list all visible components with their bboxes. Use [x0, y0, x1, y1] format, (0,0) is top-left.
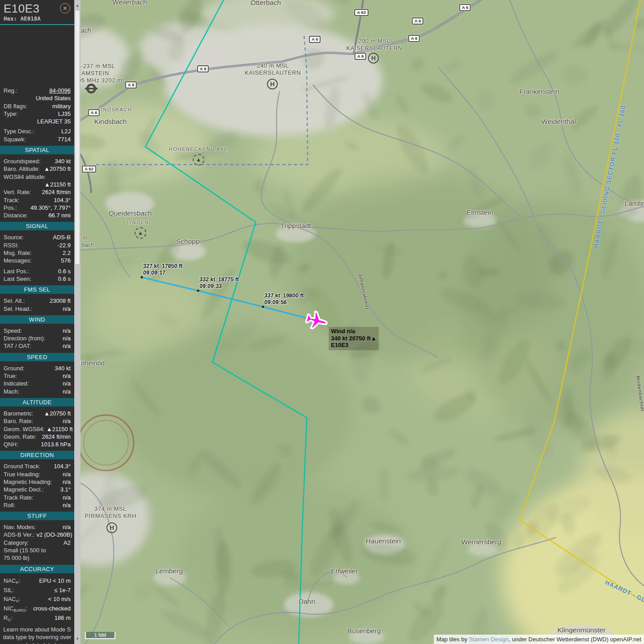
- row-label: Sel. Alt.:: [4, 297, 25, 305]
- section-header-spatial: SPATIAL: [0, 146, 74, 154]
- data-row: Track Rate:n/a: [0, 494, 74, 501]
- row-value: 104.3°: [54, 196, 71, 204]
- data-row: Reg.:84-0096: [0, 87, 74, 94]
- row-value: 3.1°: [60, 486, 71, 493]
- row-value: n/a: [63, 494, 71, 501]
- scrollbar-thumb[interactable]: [75, 10, 80, 265]
- section-header-direction: DIRECTION: [0, 451, 74, 459]
- row-label: Nav. Modes:: [4, 523, 36, 531]
- row-value: 49.305°, 7.797°: [30, 204, 71, 212]
- aircraft-icon[interactable]: [305, 310, 329, 331]
- aircraft-label-line: Wind n/a: [331, 328, 377, 335]
- row-label: Track Rate:: [4, 494, 34, 501]
- data-row: Distance:66.7 nmi: [0, 212, 74, 219]
- row-value: L2J: [61, 127, 71, 135]
- data-row: Geom. Rate:2624 ft/min: [0, 433, 74, 441]
- row-label: NACP:: [4, 576, 20, 586]
- row-label: Geom. WGS84:: [4, 425, 45, 433]
- data-row: Sel. Alt.:23008 ft: [0, 297, 74, 305]
- map[interactable]: WeilerbachOtterbachachFrankensteinWeiden…: [80, 0, 644, 644]
- data-row: Mach:n/a: [0, 388, 74, 395]
- row-value: 576: [61, 257, 71, 264]
- trail-point-label: 332 kt 18775 ft09:09:33: [199, 276, 239, 290]
- row-label: Small (15 500 to 75 000 lb): [4, 547, 69, 562]
- row-value: n/a: [63, 501, 71, 509]
- data-row: Type Desc.:L2J: [0, 127, 74, 135]
- data-row: WGS84 altitude:: [0, 173, 74, 181]
- close-icon[interactable]: ✕: [60, 3, 70, 13]
- section-header-altitude: ALTITUDE: [0, 398, 74, 407]
- row-label: Last Pos.:: [4, 267, 30, 275]
- trail-point-label: 337 kt 19800 ft09:09:56: [264, 292, 304, 306]
- trail-point[interactable]: [141, 276, 143, 278]
- row-value: n/a: [63, 470, 71, 478]
- data-row: Small (15 500 to 75 000 lb): [0, 547, 74, 562]
- data-row: RC:186 m: [0, 614, 74, 623]
- scroll-down-icon[interactable]: ▼: [74, 635, 80, 642]
- data-row: Nav. Modes:n/a: [0, 523, 74, 531]
- scroll-up-icon[interactable]: ▲: [74, 2, 80, 9]
- section-header-speed: SPEED: [0, 353, 74, 361]
- row-value: LEARJET 35: [37, 118, 71, 125]
- row-label: Category:: [4, 539, 29, 547]
- data-row: Speed:n/a: [0, 327, 74, 335]
- data-row: Direction (from):n/a: [0, 335, 74, 342]
- row-value: ▲21150 ft: [47, 425, 73, 433]
- data-row: Ground:340 kt: [0, 364, 74, 372]
- data-row: Groundspeed:340 kt: [0, 157, 74, 165]
- row-value: -22.9: [57, 242, 71, 249]
- sidebar-scrollbar[interactable]: ▲ ▼: [74, 0, 80, 644]
- row-label: ADS-B Ver.:: [4, 531, 34, 538]
- row-value: 2624 ft/min: [42, 188, 71, 196]
- section-header-accuracy: ACCURACY: [0, 565, 74, 573]
- data-row: NICBARO:cross-checked: [0, 604, 74, 614]
- row-value: 0.6 s: [58, 275, 71, 283]
- row-value: ADS-B: [53, 233, 71, 241]
- row-value: ▲21150 ft: [44, 181, 71, 188]
- attribution-suffix: , under Deutscher Wetterdienst (DWD) ope…: [509, 636, 642, 643]
- row-value: n/a: [63, 417, 71, 425]
- row-label: Groundspeed:: [4, 157, 40, 165]
- row-value: n/a: [63, 478, 71, 486]
- panel-header: E10E3 ✕ Hex: AE018A: [0, 0, 74, 22]
- data-row: NACV:< 10 m/s: [0, 595, 74, 604]
- stamen-design-link[interactable]: Stamen Design: [469, 636, 509, 643]
- row-value: 340 kt: [55, 364, 71, 372]
- data-row: Last Pos.:0.6 s: [0, 267, 74, 275]
- row-label: Ground Track:: [4, 462, 40, 470]
- row-label: Vert. Rate:: [4, 188, 31, 196]
- row-label: Ground:: [4, 364, 25, 372]
- row-label: True:: [4, 372, 17, 380]
- row-label: Source:: [4, 233, 24, 241]
- data-row: Sel. Head.:n/a: [0, 305, 74, 313]
- trail-point[interactable]: [197, 290, 199, 292]
- row-value: 340 kt: [55, 157, 71, 165]
- row-label: Barometric:: [4, 410, 33, 417]
- hex-label: Hex:: [4, 15, 17, 22]
- row-label: Direction (from):: [4, 335, 45, 342]
- aircraft-label[interactable]: Wind n/a340 kt 20750 ft▲E10E3: [329, 327, 379, 350]
- row-value: 186 m: [55, 614, 71, 623]
- row-label: Roll:: [4, 501, 15, 509]
- row-value: cross-checked: [33, 604, 71, 613]
- row-value: 66.7 nmi: [48, 212, 71, 219]
- registration-link[interactable]: 84-0096: [49, 87, 71, 94]
- row-value: 7714: [58, 136, 71, 143]
- trail-point[interactable]: [262, 306, 264, 308]
- data-row: LEARJET 35: [0, 118, 74, 125]
- row-label: Geom. Rate:: [4, 433, 37, 441]
- data-row: ▲21150 ft: [0, 181, 74, 188]
- row-label: Indicated:: [4, 380, 29, 387]
- data-row: DB flags:military: [0, 102, 74, 110]
- data-row: Barometric:▲20750 ft: [0, 410, 74, 417]
- data-row: Magnetic Decl.:3.1°: [0, 486, 74, 493]
- row-value: ≤ 1e-7: [54, 586, 71, 595]
- data-row: Indicated:n/a: [0, 380, 74, 387]
- data-row: Squawk:7714: [0, 136, 74, 143]
- row-value: n/a: [63, 327, 71, 335]
- data-row: Pos.:49.305°, 7.797°: [0, 204, 74, 212]
- data-row: Baro. Altitude:▲20750 ft: [0, 165, 74, 173]
- flight-trail-layer: [80, 0, 644, 644]
- row-label: Reg.:: [4, 87, 17, 94]
- row-label: Type:: [4, 110, 18, 118]
